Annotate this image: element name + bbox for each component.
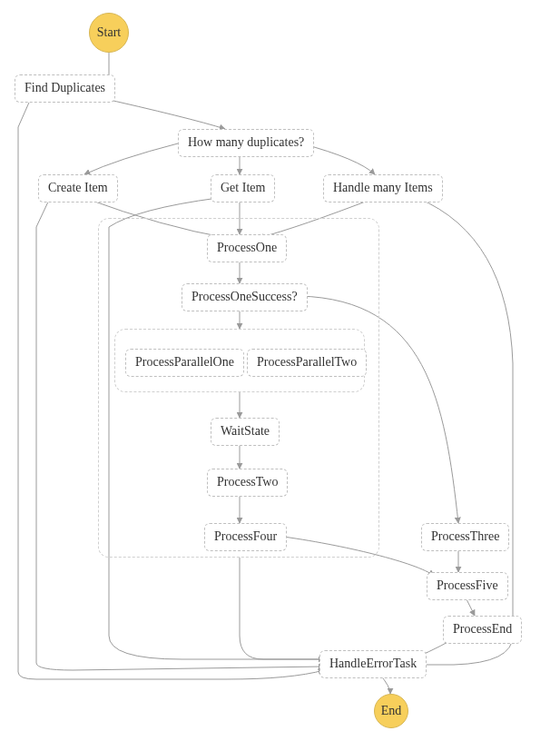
node-label: ProcessTwo <box>217 475 278 489</box>
node-label: HandleErrorTask <box>329 657 417 670</box>
node-label: End <box>381 704 402 718</box>
node-label: WaitState <box>221 424 270 438</box>
node-end: End <box>374 694 408 728</box>
node-label: Find Duplicates <box>25 81 105 94</box>
node-label: ProcessFive <box>437 578 498 592</box>
node-label: Create Item <box>48 181 108 194</box>
node-label: ProcessThree <box>431 529 499 543</box>
node-process-end: ProcessEnd <box>443 616 522 644</box>
node-process-three: ProcessThree <box>421 523 509 551</box>
node-handle-many: Handle many Items <box>323 174 443 203</box>
node-label: Start <box>97 25 121 40</box>
node-get-item: Get Item <box>211 174 275 203</box>
node-label: ProcessOne <box>217 241 277 254</box>
node-how-many: How many duplicates? <box>178 129 314 157</box>
node-label: ProcessParallelTwo <box>257 355 357 369</box>
node-create-item: Create Item <box>38 174 118 203</box>
node-label: ProcessEnd <box>453 622 512 636</box>
node-process-two: ProcessTwo <box>207 469 288 497</box>
node-wait-state: WaitState <box>211 418 280 446</box>
node-label: How many duplicates? <box>188 135 304 149</box>
node-process-four: ProcessFour <box>204 523 287 551</box>
node-label: Get Item <box>221 181 265 194</box>
node-start: Start <box>89 13 129 53</box>
node-process-one-success: ProcessOneSuccess? <box>182 283 308 311</box>
node-label: ProcessFour <box>214 529 277 543</box>
node-handle-error: HandleErrorTask <box>319 650 427 678</box>
node-find-duplicates: Find Duplicates <box>15 74 115 103</box>
node-label: Handle many Items <box>333 181 433 194</box>
node-label: ProcessOneSuccess? <box>192 290 298 303</box>
node-process-five: ProcessFive <box>427 572 508 600</box>
node-process-one: ProcessOne <box>207 234 287 262</box>
node-process-parallel-one: ProcessParallelOne <box>125 349 244 377</box>
node-label: ProcessParallelOne <box>135 355 234 369</box>
node-process-parallel-two: ProcessParallelTwo <box>247 349 367 377</box>
